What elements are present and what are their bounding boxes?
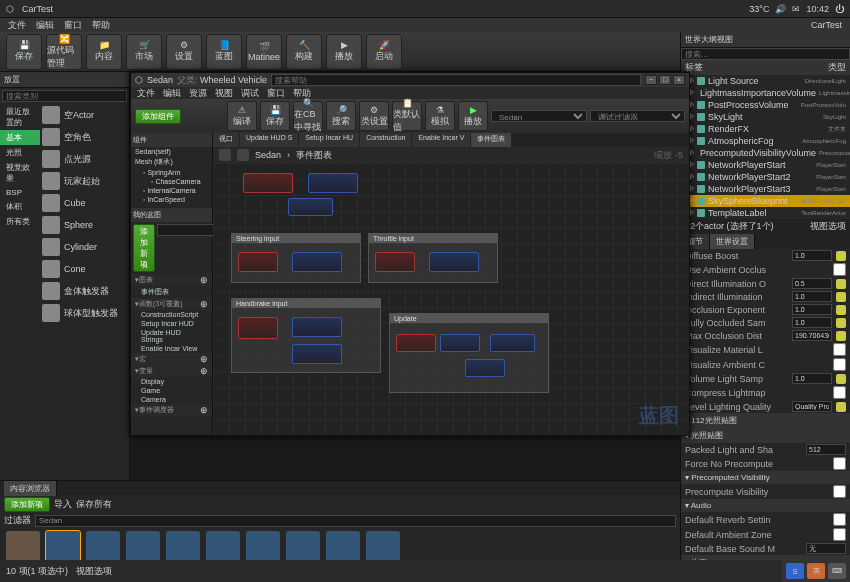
bp-graph-tab[interactable]: 视口	[213, 133, 239, 147]
mesh-item[interactable]: 盒体触发器	[40, 280, 129, 302]
bp-category[interactable]: ▾宏⊕	[131, 353, 212, 365]
prop-checkbox[interactable]	[833, 358, 846, 371]
cb-tab[interactable]: 内容浏览器	[4, 481, 57, 496]
mesh-item[interactable]: 点光源	[40, 148, 129, 170]
mesh-item[interactable]: Cone	[40, 258, 129, 280]
reset-icon[interactable]	[836, 402, 846, 412]
bp-node[interactable]	[490, 334, 535, 352]
bp-graph-tab[interactable]: Enable Incar V	[412, 133, 470, 147]
prop-input[interactable]	[792, 330, 832, 341]
prop-checkbox[interactable]	[833, 386, 846, 399]
bp-find-button[interactable]: 🔍在CB中寻找	[293, 101, 323, 131]
prop-checkbox[interactable]	[833, 513, 846, 526]
menu-help[interactable]: 帮助	[92, 19, 110, 32]
prop-input[interactable]	[806, 543, 846, 554]
outliner-row[interactable]: 👁NetworkPlayerStart3PlayerStart	[681, 183, 850, 195]
bp-comment-throttle[interactable]: Throttle input	[368, 233, 498, 283]
reset-icon[interactable]	[836, 292, 846, 302]
bp-node[interactable]	[238, 317, 278, 339]
component-item[interactable]: ◦ SpringArm	[131, 168, 212, 177]
bp-maximize-button[interactable]: □	[659, 75, 671, 85]
bp-class-defaults[interactable]: 📋类默认值	[392, 101, 422, 131]
bp-menu-edit[interactable]: 编辑	[163, 87, 181, 100]
prop-input[interactable]	[792, 401, 832, 412]
bp-graph-tab[interactable]: Update HUD S	[240, 133, 298, 147]
outliner-row[interactable]: 👁NetworkPlayerStartPlayerStart	[681, 159, 850, 171]
tool-launch[interactable]: 🚀启动	[366, 34, 402, 70]
prop-checkbox[interactable]	[833, 457, 846, 470]
bp-debug-object[interactable]: Sedan	[491, 110, 587, 122]
nav-back-icon[interactable]	[219, 149, 231, 161]
bp-add-new-button[interactable]: 添加新项	[133, 224, 155, 272]
tray-icon[interactable]: 🔊	[775, 4, 786, 14]
bp-graph-canvas[interactable]: Steering input Throttle input Handbrake …	[213, 163, 689, 435]
bp-search-button[interactable]: 🔎搜索	[326, 101, 356, 131]
cb-save-all-button[interactable]: 保存所有	[76, 498, 112, 511]
prop-checkbox[interactable]	[833, 485, 846, 498]
bp-category[interactable]: ▾事件调度器⊕	[131, 404, 212, 416]
prop-input[interactable]	[792, 304, 832, 315]
section-header[interactable]: ▾ Audio	[681, 499, 850, 512]
bp-node[interactable]	[292, 317, 342, 337]
bp-item[interactable]: ConstructionScript	[131, 310, 212, 319]
bp-comment-update[interactable]: Update	[389, 313, 549, 393]
bp-play-button[interactable]: ▶播放	[458, 101, 488, 131]
bp-close-button[interactable]: ×	[673, 75, 685, 85]
reset-icon[interactable]	[836, 331, 846, 341]
prop-checkbox[interactable]	[833, 263, 846, 276]
mesh-item[interactable]: 空Actor	[40, 104, 129, 126]
component-item[interactable]: Mesh (继承)	[131, 156, 212, 168]
reset-icon[interactable]	[836, 318, 846, 328]
tool-settings[interactable]: ⚙设置	[166, 34, 202, 70]
bp-save-button[interactable]: 💾保存	[260, 101, 290, 131]
reset-icon[interactable]	[836, 251, 846, 261]
cb-view-options[interactable]: 视图选项	[76, 565, 112, 578]
bp-graph-tab[interactable]: Construction	[360, 133, 411, 147]
tool-save[interactable]: 💾保存	[6, 34, 42, 70]
menu-edit[interactable]: 编辑	[36, 19, 54, 32]
outliner-row[interactable]: 👁TemplateLabelTextRenderActor	[681, 207, 850, 219]
bp-debug-filter[interactable]: 调试过滤器	[590, 110, 686, 122]
tool-market[interactable]: 🛒市场	[126, 34, 162, 70]
outliner-row[interactable]: 👁LightmassImportanceVolumeLightmassImpor…	[681, 87, 850, 99]
crumb-graph[interactable]: 事件图表	[296, 149, 332, 162]
reset-icon[interactable]	[836, 279, 846, 289]
bp-titlebar[interactable]: ⬡ Sedan 父类: Wheeled Vehicle − □ ×	[131, 73, 689, 87]
tool-play[interactable]: ▶播放	[326, 34, 362, 70]
bp-node[interactable]	[396, 334, 436, 352]
bp-node[interactable]	[465, 359, 505, 377]
bp-menu-asset[interactable]: 资源	[189, 87, 207, 100]
nav-forward-icon[interactable]	[237, 149, 249, 161]
outliner-row[interactable]: 👁PrecomputedVisibilityVolumePrecomputedV…	[681, 147, 850, 159]
outliner-row[interactable]: 👁Light SourceDirectionalLight	[681, 75, 850, 87]
cat-recent[interactable]: 最近放置的	[0, 104, 40, 130]
bp-node[interactable]	[238, 252, 278, 272]
bp-category[interactable]: ▾函数(3可覆盖)⊕	[131, 298, 212, 310]
cat-bsp[interactable]: BSP	[0, 186, 40, 199]
prop-input[interactable]	[792, 250, 832, 261]
bp-category[interactable]: ▾变量⊕	[131, 365, 212, 377]
tool-matinee[interactable]: 🎬Matinee	[246, 34, 282, 70]
bp-item[interactable]: Enable Incar View	[131, 344, 212, 353]
mesh-item[interactable]: 球体型触发器	[40, 302, 129, 324]
reset-icon[interactable]	[836, 374, 846, 384]
outliner-row[interactable]: 👁AtmosphericFogAtmosphericFog	[681, 135, 850, 147]
cat-all[interactable]: 所有类	[0, 214, 40, 229]
menu-file[interactable]: 文件	[8, 19, 26, 32]
bp-node[interactable]	[429, 252, 479, 272]
cb-add-new-button[interactable]: 添加新项	[4, 497, 50, 512]
crumb-class[interactable]: Sedan	[255, 150, 281, 160]
cat-visual[interactable]: 视觉效果	[0, 160, 40, 186]
cat-basic[interactable]: 基本	[0, 130, 40, 145]
bp-item[interactable]: Display	[131, 377, 212, 386]
prop-input[interactable]	[792, 373, 832, 384]
bp-item[interactable]: Camera	[131, 395, 212, 404]
bp-node[interactable]	[440, 334, 480, 352]
bp-help-search[interactable]	[271, 74, 641, 86]
bp-class-settings[interactable]: ⚙类设置	[359, 101, 389, 131]
component-item[interactable]: ◦ ChaseCamera	[131, 177, 212, 186]
prop-checkbox[interactable]	[833, 528, 846, 541]
bp-item[interactable]: 事件图表	[131, 286, 212, 298]
prop-input[interactable]	[806, 444, 846, 455]
prop-input[interactable]	[792, 278, 832, 289]
